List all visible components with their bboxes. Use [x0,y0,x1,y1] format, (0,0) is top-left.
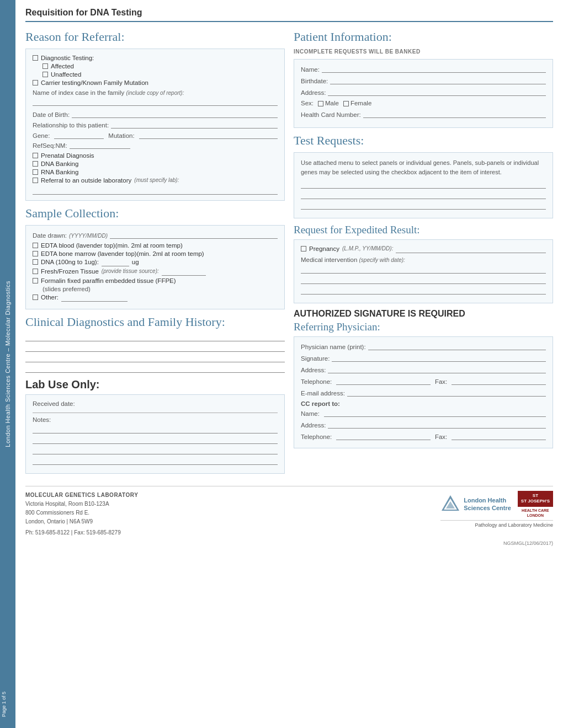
dna-banking-row: DNA Banking [33,160,278,167]
health-card-line[interactable] [363,110,546,118]
birthdate-line[interactable] [330,77,546,84]
gene-mutation-row: Gene: Mutation: [33,131,278,139]
formalin-checkbox[interactable] [33,278,38,283]
sidebar: London Health Sciences Centre – Molecula… [0,0,15,728]
physician-name-line[interactable] [368,342,546,350]
referral-checkbox[interactable] [33,178,38,183]
cc-name-row: Name: [301,409,546,417]
rna-banking-checkbox[interactable] [33,169,38,175]
cc-telephone-line[interactable] [336,432,431,440]
sj-sub: HEALTH CARE LONDON [522,508,549,518]
reason-box: Diagnostic Testing: Affected Unaffected … [25,49,285,201]
fresh-checkbox[interactable] [33,269,38,274]
rna-banking-label: RNA Banking [41,169,78,175]
diagnostic-checkbox[interactable] [33,55,38,61]
female-label: Female [350,100,371,106]
edta-blood-checkbox[interactable] [33,243,38,248]
address-line[interactable] [328,88,546,96]
dob-label: Date of Birth: [33,111,70,118]
cc-name-line[interactable] [324,409,546,417]
sample-box: Date drawn: (YYYY/MM/DD) EDTA blood (lav… [25,225,285,309]
dna-banking-checkbox[interactable] [33,161,38,167]
medical-label: Medical intervention [301,256,357,263]
dna-label: DNA (100ng to 1ug): [41,259,99,265]
female-checkbox[interactable] [343,101,349,106]
mutation-label: Mutation: [108,132,134,139]
pregnancy-checkbox[interactable] [301,246,306,251]
sj-logo: ST ST JOSEPH'S HEALTH CARE LONDON [518,491,553,518]
footer: MOLECULAR GENETICS LABORATORY Victoria H… [25,486,553,537]
fresh-label: Fresh/Frozen Tissue [41,268,99,275]
fax-line[interactable] [452,377,546,385]
carrier-label: Carrier testing/Known Family Mutation [41,79,148,86]
gene-line[interactable] [54,131,104,139]
refseq-line[interactable] [70,141,130,149]
dob-row: Date of Birth: [33,110,278,118]
index-case-label-row: Name of index case in the family (includ… [33,89,278,96]
ref-address-line[interactable] [328,366,546,373]
telephone-label: Telephone: [301,378,332,385]
edta-bone-label: EDTA bone marrow (lavender top)(min. 2ml… [41,250,204,257]
name-line[interactable] [322,65,546,73]
sj-box: ST ST JOSEPH'S [518,491,553,507]
ngsmgl: NGSMGL(12/06/2017) [503,540,553,546]
prenatal-checkbox[interactable] [33,153,38,158]
male-checkbox[interactable] [318,101,323,106]
signature-row: Signature: [301,354,546,362]
affected-checkbox[interactable] [43,63,48,69]
unaffected-checkbox[interactable] [43,72,48,77]
prenatal-label: Prenatal Diagnosis [41,152,94,159]
dna-checkbox[interactable] [33,259,38,265]
ref-address-label: Address: [301,367,326,373]
cc-address-line[interactable] [328,421,546,429]
referral-italic: (must specify lab): [134,177,179,183]
prenatal-row: Prenatal Diagnosis [33,152,278,159]
carrier-checkbox[interactable] [33,80,38,85]
referring-box: Physician name (print): Signature: Addre… [294,336,553,448]
dna-unit: ug [132,259,139,265]
email-line[interactable] [347,389,546,397]
signature-label: Signature: [301,355,330,362]
cc-address-row: Address: [301,421,546,429]
footer-address2: 800 Commissioners Rd E. [25,508,138,517]
received-label: Received date: [33,400,278,407]
signature-line[interactable] [332,354,546,362]
telephone-line[interactable] [336,377,431,385]
lhsc-text: London Health Sciences Centre [464,496,511,512]
fresh-italic: (provide tissue source): [102,268,159,274]
referral-label: Referral to an outside laboratory [41,177,131,184]
dob-line[interactable] [72,110,278,118]
affected-label: Affected [51,63,74,69]
authorized-title: AUTHORIZED SIGNATURE IS REQUIRED [294,309,553,319]
footer-phone: Ph: 519-685-8122 | Fax: 519-685-8279 [25,528,138,537]
patient-box: Name: Birthdate: Address: Sex: Male [294,59,553,128]
date-drawn-label: Date drawn: [33,232,67,239]
patient-subtitle: INCOMPLETE REQUESTS WILL BE BANKED [294,49,553,55]
cc-label: CC report to: [301,400,546,407]
other-line[interactable] [61,294,128,302]
test-requests-info: Use attached menu to select panels or in… [301,158,546,176]
referral-line[interactable] [33,187,278,195]
date-drawn-line[interactable] [110,231,278,239]
gene-label: Gene: [33,132,50,139]
address-row: Address: [301,88,546,96]
other-checkbox[interactable] [33,295,38,300]
lab-box: Received date: Notes: [25,394,285,474]
cc-fax-line[interactable] [452,432,546,440]
edta-bone-checkbox[interactable] [33,251,38,256]
header: Requisition for DNA Testing [25,0,553,22]
clinical-lines [25,334,285,373]
mutation-line[interactable] [139,131,278,139]
relationship-line[interactable] [111,121,278,129]
refseq-label: RefSeq:NM: [33,142,67,149]
dna-line[interactable] [102,259,129,266]
male-option: Male [318,100,339,106]
edta-bone-row: EDTA bone marrow (lavender top)(min. 2ml… [33,250,278,257]
name-row: Name: [301,65,546,73]
fresh-line[interactable] [162,268,206,276]
female-option: Female [343,100,371,106]
male-label: Male [325,100,339,106]
pregnancy-line[interactable] [396,245,546,253]
lhsc-line1: London Health [464,496,511,504]
cc-address-label: Address: [301,422,326,429]
